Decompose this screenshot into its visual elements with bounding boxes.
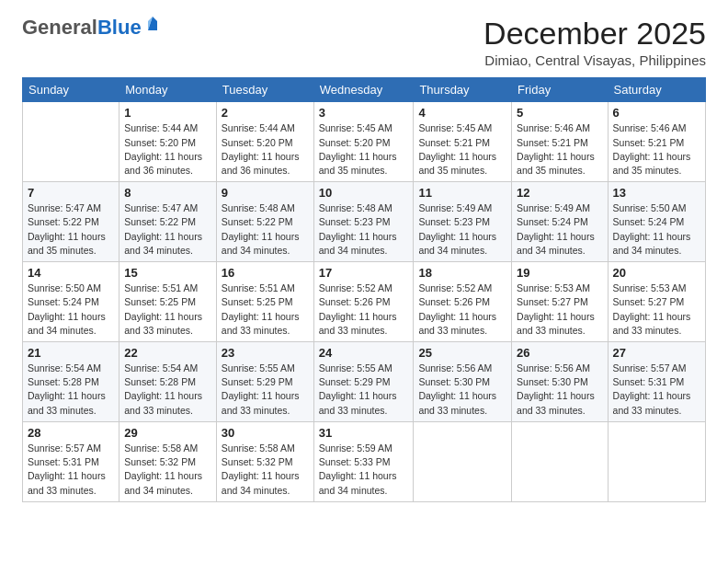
day-number: 15 (124, 266, 211, 280)
day-info: Sunrise: 5:59 AMSunset: 5:33 PMDaylight:… (319, 442, 409, 498)
calendar-cell: 14Sunrise: 5:50 AMSunset: 5:24 PMDayligh… (23, 262, 119, 342)
day-number: 10 (319, 186, 409, 200)
calendar-cell (414, 421, 512, 501)
day-info: Sunrise: 5:45 AMSunset: 5:20 PMDaylight:… (319, 121, 409, 178)
calendar-cell: 19Sunrise: 5:53 AMSunset: 5:27 PMDayligh… (512, 262, 609, 342)
day-info: Sunrise: 5:50 AMSunset: 5:24 PMDaylight:… (613, 201, 700, 258)
calendar-cell: 12Sunrise: 5:49 AMSunset: 5:24 PMDayligh… (512, 182, 609, 262)
calendar-cell: 21Sunrise: 5:54 AMSunset: 5:28 PMDayligh… (23, 342, 119, 422)
calendar-cell: 13Sunrise: 5:50 AMSunset: 5:24 PMDayligh… (608, 182, 705, 262)
calendar-cell: 25Sunrise: 5:56 AMSunset: 5:30 PMDayligh… (414, 342, 512, 422)
day-number: 1 (124, 106, 211, 120)
day-info: Sunrise: 5:46 AMSunset: 5:21 PMDaylight:… (517, 121, 603, 178)
calendar-week-row: 28Sunrise: 5:57 AMSunset: 5:31 PMDayligh… (23, 421, 706, 501)
calendar-cell: 8Sunrise: 5:47 AMSunset: 5:22 PMDaylight… (119, 182, 217, 262)
day-number: 29 (124, 426, 211, 440)
calendar-cell: 30Sunrise: 5:58 AMSunset: 5:32 PMDayligh… (216, 421, 313, 501)
day-info: Sunrise: 5:55 AMSunset: 5:29 PMDaylight:… (222, 362, 309, 418)
day-info: Sunrise: 5:56 AMSunset: 5:30 PMDaylight:… (517, 362, 603, 418)
col-header-saturday: Saturday (608, 78, 705, 102)
day-info: Sunrise: 5:45 AMSunset: 5:21 PMDaylight:… (418, 121, 506, 178)
day-info: Sunrise: 5:51 AMSunset: 5:25 PMDaylight:… (124, 282, 211, 338)
day-number: 3 (319, 106, 409, 120)
day-number: 7 (28, 186, 114, 200)
calendar-cell: 1Sunrise: 5:44 AMSunset: 5:20 PMDaylight… (119, 102, 217, 182)
calendar-header-row: SundayMondayTuesdayWednesdayThursdayFrid… (23, 78, 706, 102)
day-info: Sunrise: 5:44 AMSunset: 5:20 PMDaylight:… (124, 121, 211, 178)
day-number: 26 (517, 346, 603, 360)
day-info: Sunrise: 5:52 AMSunset: 5:26 PMDaylight:… (319, 282, 409, 338)
calendar-cell: 10Sunrise: 5:48 AMSunset: 5:23 PMDayligh… (313, 182, 414, 262)
calendar-cell: 15Sunrise: 5:51 AMSunset: 5:25 PMDayligh… (119, 262, 217, 342)
day-info: Sunrise: 5:57 AMSunset: 5:31 PMDaylight:… (28, 442, 114, 498)
day-info: Sunrise: 5:55 AMSunset: 5:29 PMDaylight:… (319, 362, 409, 418)
day-info: Sunrise: 5:44 AMSunset: 5:20 PMDaylight:… (222, 121, 309, 178)
calendar-week-row: 1Sunrise: 5:44 AMSunset: 5:20 PMDaylight… (23, 102, 706, 182)
day-info: Sunrise: 5:57 AMSunset: 5:31 PMDaylight:… (613, 362, 700, 418)
page: GeneralBlue December 2025 Dimiao, Centra… (0, 0, 728, 563)
calendar-cell: 9Sunrise: 5:48 AMSunset: 5:22 PMDaylight… (216, 182, 313, 262)
day-number: 13 (613, 186, 700, 200)
day-number: 11 (418, 186, 506, 200)
col-header-thursday: Thursday (414, 78, 512, 102)
day-number: 25 (418, 346, 506, 360)
day-info: Sunrise: 5:53 AMSunset: 5:27 PMDaylight:… (517, 282, 603, 338)
calendar-cell: 24Sunrise: 5:55 AMSunset: 5:29 PMDayligh… (313, 342, 414, 422)
calendar-cell: 31Sunrise: 5:59 AMSunset: 5:33 PMDayligh… (313, 421, 414, 501)
day-number: 31 (319, 426, 409, 440)
col-header-wednesday: Wednesday (313, 78, 414, 102)
day-number: 24 (319, 346, 409, 360)
day-number: 12 (517, 186, 603, 200)
day-info: Sunrise: 5:54 AMSunset: 5:28 PMDaylight:… (28, 362, 114, 418)
day-info: Sunrise: 5:58 AMSunset: 5:32 PMDaylight:… (124, 442, 211, 498)
day-number: 5 (517, 106, 603, 120)
day-number: 21 (28, 346, 114, 360)
day-number: 6 (613, 106, 700, 120)
calendar-week-row: 7Sunrise: 5:47 AMSunset: 5:22 PMDaylight… (23, 182, 706, 262)
calendar-cell: 11Sunrise: 5:49 AMSunset: 5:23 PMDayligh… (414, 182, 512, 262)
calendar-cell: 17Sunrise: 5:52 AMSunset: 5:26 PMDayligh… (313, 262, 414, 342)
day-number: 2 (222, 106, 309, 120)
calendar-cell: 3Sunrise: 5:45 AMSunset: 5:20 PMDaylight… (313, 102, 414, 182)
day-number: 22 (124, 346, 211, 360)
calendar-cell: 26Sunrise: 5:56 AMSunset: 5:30 PMDayligh… (512, 342, 609, 422)
month-title: December 2025 (483, 17, 706, 51)
header: GeneralBlue December 2025 Dimiao, Centra… (22, 17, 706, 68)
calendar-cell (608, 421, 705, 501)
calendar-cell: 27Sunrise: 5:57 AMSunset: 5:31 PMDayligh… (608, 342, 705, 422)
calendar-cell: 6Sunrise: 5:46 AMSunset: 5:21 PMDaylight… (608, 102, 705, 182)
calendar-cell: 29Sunrise: 5:58 AMSunset: 5:32 PMDayligh… (119, 421, 217, 501)
day-number: 18 (418, 266, 506, 280)
day-number: 4 (418, 106, 506, 120)
title-block: December 2025 Dimiao, Central Visayas, P… (483, 17, 706, 68)
day-info: Sunrise: 5:54 AMSunset: 5:28 PMDaylight:… (124, 362, 211, 418)
day-number: 17 (319, 266, 409, 280)
logo-icon (144, 16, 161, 32)
day-info: Sunrise: 5:48 AMSunset: 5:22 PMDaylight:… (222, 201, 309, 258)
calendar-cell: 2Sunrise: 5:44 AMSunset: 5:20 PMDaylight… (216, 102, 313, 182)
day-number: 30 (222, 426, 309, 440)
day-number: 28 (28, 426, 114, 440)
calendar-cell: 16Sunrise: 5:51 AMSunset: 5:25 PMDayligh… (216, 262, 313, 342)
location: Dimiao, Central Visayas, Philippines (483, 52, 706, 68)
day-info: Sunrise: 5:47 AMSunset: 5:22 PMDaylight:… (28, 201, 114, 258)
col-header-friday: Friday (512, 78, 609, 102)
calendar-cell: 23Sunrise: 5:55 AMSunset: 5:29 PMDayligh… (216, 342, 313, 422)
logo: GeneralBlue (22, 17, 161, 39)
day-info: Sunrise: 5:52 AMSunset: 5:26 PMDaylight:… (418, 282, 506, 338)
calendar-table: SundayMondayTuesdayWednesdayThursdayFrid… (22, 77, 706, 501)
calendar-week-row: 14Sunrise: 5:50 AMSunset: 5:24 PMDayligh… (23, 262, 706, 342)
day-number: 16 (222, 266, 309, 280)
day-info: Sunrise: 5:51 AMSunset: 5:25 PMDaylight:… (222, 282, 309, 338)
calendar-cell: 20Sunrise: 5:53 AMSunset: 5:27 PMDayligh… (608, 262, 705, 342)
day-info: Sunrise: 5:49 AMSunset: 5:23 PMDaylight:… (418, 201, 506, 258)
day-number: 9 (222, 186, 309, 200)
day-info: Sunrise: 5:50 AMSunset: 5:24 PMDaylight:… (28, 282, 114, 338)
day-number: 20 (613, 266, 700, 280)
day-number: 27 (613, 346, 700, 360)
day-info: Sunrise: 5:46 AMSunset: 5:21 PMDaylight:… (613, 121, 700, 178)
col-header-sunday: Sunday (23, 78, 119, 102)
calendar-week-row: 21Sunrise: 5:54 AMSunset: 5:28 PMDayligh… (23, 342, 706, 422)
calendar-cell: 22Sunrise: 5:54 AMSunset: 5:28 PMDayligh… (119, 342, 217, 422)
calendar-cell: 18Sunrise: 5:52 AMSunset: 5:26 PMDayligh… (414, 262, 512, 342)
